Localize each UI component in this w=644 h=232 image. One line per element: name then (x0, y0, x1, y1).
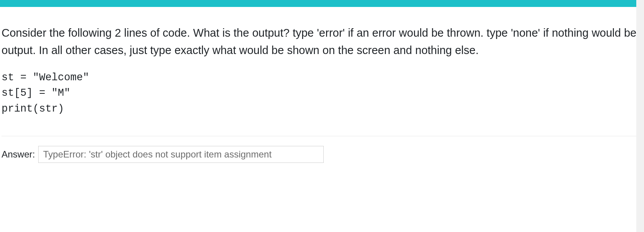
answer-input[interactable] (38, 146, 324, 163)
question-prompt: Consider the following 2 lines of code. … (0, 7, 644, 59)
question-container: Consider the following 2 lines of code. … (0, 7, 644, 163)
answer-row: Answer: (0, 136, 644, 163)
answer-label: Answer: (2, 149, 35, 160)
code-line: print(str) (2, 101, 642, 117)
code-line: st = "Welcome" (2, 70, 642, 86)
scrollbar-track[interactable] (636, 0, 644, 232)
code-line: st[5] = "M" (2, 85, 642, 101)
code-block: st = "Welcome" st[5] = "M" print(str) (0, 59, 644, 117)
header-accent-bar (0, 0, 644, 7)
